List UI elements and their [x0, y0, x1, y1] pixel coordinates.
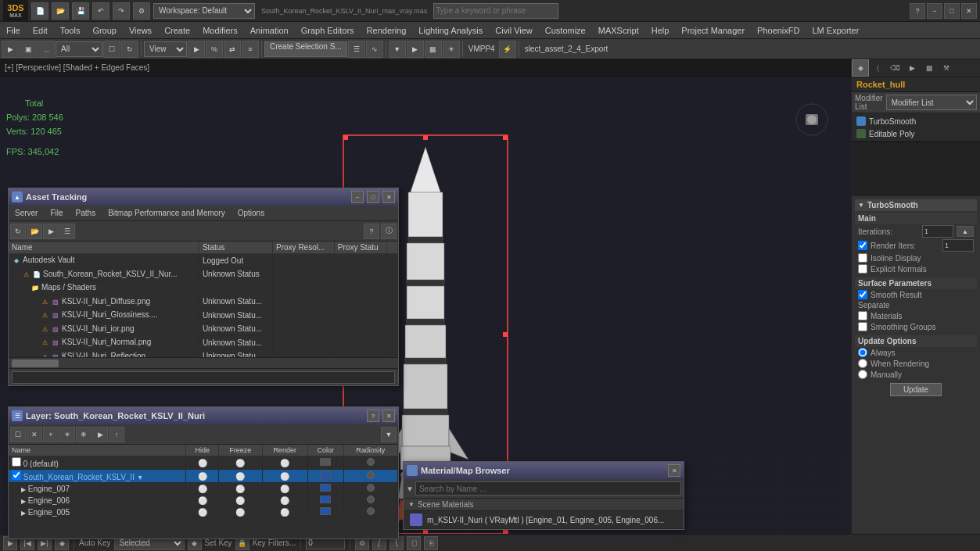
- curve-editor-btn[interactable]: ∿: [366, 41, 383, 58]
- bb-viewport-nav-4[interactable]: ⎗: [424, 536, 438, 550]
- mirror-btn[interactable]: ⇄: [224, 41, 241, 58]
- menu-customize[interactable]: Customize: [539, 22, 592, 39]
- iterations-up[interactable]: ▲: [957, 226, 974, 237]
- table-row[interactable]: ⚠▨KSLV-II_Nuri_Glossiness.... Unknown St…: [9, 309, 398, 323]
- light-btn[interactable]: ☀: [443, 41, 460, 58]
- color-swatch-2[interactable]: [320, 484, 331, 492]
- at-info-btn[interactable]: ⓘ: [381, 224, 397, 239]
- at-maximize-btn[interactable]: □: [367, 191, 379, 203]
- at-menu-server[interactable]: Server: [9, 206, 44, 221]
- selection-btn[interactable]: ☐: [103, 41, 120, 58]
- materials-checkbox[interactable]: [858, 311, 867, 320]
- table-row[interactable]: ⚠▨KSLV-II_Nuri_Diffuse.png Unknown Statu…: [9, 295, 398, 309]
- lm-titlebar[interactable]: ☰ Layer: South_Korean_Rocket_KSLV_II_Nur…: [9, 407, 398, 424]
- explicit-normals-checkbox[interactable]: [858, 264, 867, 274]
- redo-btn[interactable]: ↷: [113, 2, 130, 20]
- mb-close-btn[interactable]: ✕: [668, 464, 680, 477]
- render-iters-input[interactable]: [942, 239, 974, 252]
- color-swatch-1[interactable]: [320, 471, 331, 479]
- rp-modify-icon[interactable]: 〈: [869, 59, 886, 77]
- help-icon[interactable]: ?: [910, 3, 925, 19]
- menu-lighting[interactable]: Lighting Analysis: [412, 22, 489, 39]
- iterations-input[interactable]: [922, 225, 953, 238]
- select-region-btn[interactable]: ▣: [20, 41, 37, 58]
- menu-help[interactable]: Help: [645, 22, 676, 39]
- menu-edit[interactable]: Edit: [27, 22, 54, 39]
- update-section-header[interactable]: Update Options: [855, 335, 977, 347]
- mb-scene-materials-header[interactable]: ▼ Scene Materials: [404, 499, 684, 511]
- lm-close-btn[interactable]: ✕: [382, 410, 395, 422]
- menu-tools[interactable]: Tools: [54, 22, 87, 39]
- menu-modifiers[interactable]: Modifiers: [196, 22, 244, 39]
- select-mode-btn[interactable]: ▶: [2, 41, 19, 58]
- move-btn[interactable]: ⎵: [38, 41, 55, 58]
- color-swatch-4[interactable]: [320, 507, 331, 515]
- menu-views[interactable]: Views: [123, 22, 158, 39]
- menu-phoenix[interactable]: PhoenixFD: [751, 22, 806, 39]
- vmpp-btn[interactable]: ⚡: [499, 41, 516, 58]
- lm-hide-all-btn[interactable]: ☀: [59, 427, 75, 442]
- smoothing-groups-checkbox[interactable]: [858, 322, 867, 331]
- at-hscroll-thumb[interactable]: [12, 360, 59, 367]
- layer-btn[interactable]: ☰: [348, 41, 365, 58]
- menu-file[interactable]: File: [0, 22, 27, 39]
- modifier-item-turbosmooth[interactable]: TurboSmooth: [853, 115, 978, 127]
- bb-viewport-nav-3[interactable]: ⎕: [407, 536, 421, 550]
- color-swatch-0[interactable]: [320, 458, 331, 466]
- at-folder-btn[interactable]: 📂: [27, 224, 42, 239]
- update-button[interactable]: Update: [890, 383, 942, 396]
- at-menu-file[interactable]: File: [44, 206, 69, 221]
- align-btn[interactable]: ≡: [242, 41, 259, 58]
- lm-row-checkbox-1[interactable]: [12, 470, 21, 480]
- lm-table-container[interactable]: Name Hide Freeze Render Color Radiosity …: [9, 445, 398, 538]
- lm-scroll-btn[interactable]: ▼: [381, 427, 397, 442]
- isoline-checkbox[interactable]: [858, 253, 867, 263]
- at-menu-paths[interactable]: Paths: [70, 206, 102, 221]
- table-row[interactable]: ⚠▨KSLV-II_Nuri_Normal.png Unknown Statu.…: [9, 336, 398, 350]
- mb-material-item[interactable]: m_KSLV-II_Nuri ( VRayMtl ) [Engine_01, E…: [404, 511, 684, 529]
- at-list-btn[interactable]: ☰: [59, 224, 75, 239]
- new-btn[interactable]: 📄: [31, 2, 48, 20]
- search-input[interactable]: [433, 3, 558, 19]
- modifier-item-editablepoly[interactable]: Editable Poly: [853, 127, 978, 140]
- maximize-icon[interactable]: □: [944, 3, 960, 19]
- menu-civil[interactable]: Civil View: [489, 22, 538, 39]
- percent-snap-btn[interactable]: %: [206, 41, 223, 58]
- lm-move-up-btn[interactable]: ↑: [109, 427, 124, 442]
- at-track-btn[interactable]: ▶: [43, 224, 59, 239]
- menu-create[interactable]: Create: [158, 22, 196, 39]
- mb-search-input[interactable]: [415, 481, 681, 496]
- table-row[interactable]: ⚠📄South_Korean_Rocket_KSLV_II_Nur... Unk…: [9, 267, 398, 281]
- create-selection-btn[interactable]: Create Selection S...: [264, 41, 347, 57]
- rp-utilities-icon[interactable]: ⚒: [938, 59, 955, 77]
- modifier-list-dropdown[interactable]: Modifier List: [886, 95, 977, 110]
- menu-rendering[interactable]: Rendering: [361, 22, 413, 39]
- turbosmooth-section-header[interactable]: ▼ TurboSmooth: [855, 199, 977, 211]
- table-row[interactable]: South_Korean_Rocket_KSLV_II ▼ ⚪ ⚪ ⚪: [9, 470, 398, 483]
- menu-project-manager[interactable]: Project Manager: [675, 22, 751, 39]
- at-close-btn[interactable]: ✕: [382, 191, 395, 203]
- lm-row-checkbox-0[interactable]: [12, 457, 21, 467]
- table-row[interactable]: ⚠▨KSLV-II_Nuri_Reflection... Unknown Sta…: [9, 349, 398, 357]
- at-hscroll[interactable]: [9, 357, 398, 368]
- at-menu-bitmap[interactable]: Bitmap Performance and Memory: [102, 206, 232, 221]
- undo-btn[interactable]: ↶: [92, 2, 109, 20]
- open-btn[interactable]: 📂: [52, 2, 69, 20]
- lm-help-btn[interactable]: ?: [367, 410, 379, 422]
- render-iters-checkbox[interactable]: [858, 241, 867, 250]
- close-icon[interactable]: ✕: [961, 3, 977, 19]
- rp-create-icon[interactable]: ◆: [852, 59, 869, 77]
- render-setup-btn[interactable]: ▼: [389, 41, 406, 58]
- rp-motion-icon[interactable]: ▶: [903, 59, 921, 77]
- surface-section-header[interactable]: Surface Parameters: [855, 277, 977, 289]
- mb-titlebar[interactable]: Material/Map Browser ✕: [404, 462, 684, 479]
- lm-select-all-btn[interactable]: ☐: [10, 427, 26, 442]
- lm-freeze-btn[interactable]: ❄: [76, 427, 92, 442]
- table-row[interactable]: ⚠▨KSLV-II_Nuri_ior.png Unknown Statu...: [9, 322, 398, 336]
- menu-lm[interactable]: LM Exporter: [806, 22, 865, 39]
- view-dropdown[interactable]: View: [144, 41, 187, 57]
- at-table-container[interactable]: Name Status Proxy Resol... Proxy Statu ◆…: [9, 242, 398, 357]
- at-menu-options[interactable]: Options: [232, 206, 271, 221]
- lm-delete-btn[interactable]: ✕: [27, 427, 42, 442]
- menu-animation[interactable]: Animation: [244, 22, 295, 39]
